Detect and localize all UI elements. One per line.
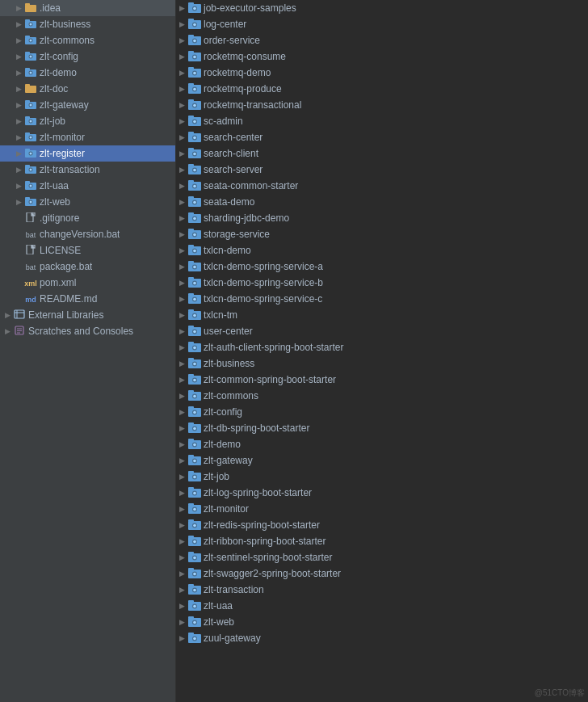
module-item[interactable]: ▶rocketmq-consume	[176, 48, 588, 65]
module-item[interactable]: ▶zlt-business	[176, 355, 588, 372]
expand-arrow[interactable]: ▶	[176, 311, 187, 319]
expand-arrow[interactable]: ▶	[176, 149, 187, 158]
module-item[interactable]: ▶zlt-redis-spring-boot-starter	[176, 517, 588, 533]
expand-arrow[interactable]: ▶	[176, 359, 187, 368]
module-item[interactable]: ▶zlt-common-spring-boot-starter	[176, 372, 588, 388]
expand-arrow[interactable]: ▶	[176, 408, 187, 416]
tree-item-scratches[interactable]: ▶Scratches and Consoles	[0, 323, 175, 339]
module-item[interactable]: ▶zlt-transaction	[176, 582, 588, 598]
expand-arrow[interactable]: ▶	[176, 230, 187, 238]
module-item[interactable]: ▶user-center	[176, 323, 588, 339]
module-item[interactable]: ▶zlt-demo	[176, 436, 588, 452]
expand-arrow[interactable]: ▶	[176, 246, 187, 254]
expand-arrow[interactable]: ▶	[176, 69, 187, 77]
module-item[interactable]: ▶job-executor-samples	[176, 0, 588, 16]
tree-item-zlt-monitor[interactable]: ▶zlt-monitor	[0, 129, 175, 145]
expand-arrow[interactable]: ▶	[13, 133, 24, 141]
expand-arrow[interactable]: ▶	[176, 182, 187, 190]
module-item[interactable]: ▶txlcn-tm	[176, 307, 588, 323]
expand-arrow[interactable]: ▶	[176, 214, 187, 222]
expand-arrow[interactable]: ▶	[176, 424, 187, 432]
expand-arrow[interactable]: ▶	[176, 537, 187, 545]
expand-arrow[interactable]: ▶	[176, 618, 187, 626]
module-item[interactable]: ▶sc-admin	[176, 113, 588, 129]
expand-arrow[interactable]: ▶	[13, 4, 24, 12]
module-item[interactable]: ▶sharding-jdbc-demo	[176, 210, 588, 226]
tree-item-zlt-register[interactable]: ▶zlt-register	[0, 145, 175, 162]
tree-item-zlt-business[interactable]: ▶zlt-business	[0, 16, 175, 32]
tree-item-zlt-doc[interactable]: ▶zlt-doc	[0, 81, 175, 97]
expand-arrow[interactable]: ▶	[176, 36, 187, 44]
tree-item-pom[interactable]: xmlpom.xml	[0, 275, 175, 291]
expand-arrow[interactable]: ▶	[13, 53, 24, 61]
expand-arrow[interactable]: ▶	[13, 85, 24, 93]
module-item[interactable]: ▶order-service	[176, 32, 588, 48]
expand-arrow[interactable]: ▶	[176, 456, 187, 464]
module-item[interactable]: ▶rocketmq-demo	[176, 65, 588, 81]
module-item[interactable]: ▶txlcn-demo-spring-service-c	[176, 291, 588, 307]
expand-arrow[interactable]: ▶	[176, 489, 187, 497]
tree-item-gitignore[interactable]: .gitignore	[0, 210, 175, 226]
module-item[interactable]: ▶txlcn-demo	[176, 242, 588, 259]
expand-arrow[interactable]: ▶	[176, 553, 187, 561]
tree-item-ext-libs[interactable]: ▶External Libraries	[0, 307, 175, 323]
module-item[interactable]: ▶storage-service	[176, 226, 588, 242]
module-item[interactable]: ▶rocketmq-transactional	[176, 97, 588, 113]
expand-arrow[interactable]: ▶	[176, 133, 187, 141]
expand-arrow[interactable]: ▶	[176, 263, 187, 271]
module-item[interactable]: ▶seata-common-starter	[176, 178, 588, 194]
module-item[interactable]: ▶zlt-gateway	[176, 452, 588, 469]
tree-item-license[interactable]: LICENSE	[0, 242, 175, 259]
module-item[interactable]: ▶search-center	[176, 129, 588, 145]
module-item[interactable]: ▶zlt-job	[176, 469, 588, 485]
module-item[interactable]: ▶search-server	[176, 162, 588, 178]
expand-arrow[interactable]: ▶	[176, 101, 187, 109]
expand-arrow[interactable]: ▶	[2, 327, 13, 335]
module-item[interactable]: ▶zlt-ribbon-spring-boot-starter	[176, 533, 588, 549]
module-item[interactable]: ▶zuul-gateway	[176, 630, 588, 646]
tree-item-zlt-demo[interactable]: ▶zlt-demo	[0, 65, 175, 81]
tree-item-zlt-transaction[interactable]: ▶zlt-transaction	[0, 162, 175, 178]
expand-arrow[interactable]: ▶	[176, 343, 187, 351]
expand-arrow[interactable]: ▶	[13, 36, 24, 44]
expand-arrow[interactable]: ▶	[176, 279, 187, 287]
expand-arrow[interactable]: ▶	[176, 53, 187, 61]
tree-item-idea[interactable]: ▶.idea	[0, 0, 175, 16]
expand-arrow[interactable]: ▶	[176, 327, 187, 335]
expand-arrow[interactable]: ▶	[176, 602, 187, 610]
tree-item-changeVersion[interactable]: batchangeVersion.bat	[0, 226, 175, 242]
project-tree[interactable]: ▶.idea▶zlt-business▶zlt-commons▶zlt-conf…	[0, 0, 176, 702]
expand-arrow[interactable]: ▶	[13, 20, 24, 28]
module-item[interactable]: ▶zlt-auth-client-spring-boot-starter	[176, 339, 588, 355]
module-item[interactable]: ▶search-client	[176, 145, 588, 162]
expand-arrow[interactable]: ▶	[176, 117, 187, 125]
tree-item-zlt-config[interactable]: ▶zlt-config	[0, 48, 175, 65]
module-item[interactable]: ▶txlcn-demo-spring-service-a	[176, 259, 588, 275]
expand-arrow[interactable]: ▶	[176, 295, 187, 303]
expand-arrow[interactable]: ▶	[176, 505, 187, 513]
module-item[interactable]: ▶zlt-db-spring-boot-starter	[176, 420, 588, 436]
expand-arrow[interactable]: ▶	[176, 473, 187, 481]
tree-item-zlt-commons[interactable]: ▶zlt-commons	[0, 32, 175, 48]
expand-arrow[interactable]: ▶	[13, 117, 24, 125]
module-item[interactable]: ▶zlt-config	[176, 404, 588, 420]
tree-item-readme[interactable]: mdREADME.md	[0, 291, 175, 307]
expand-arrow[interactable]: ▶	[13, 198, 24, 206]
expand-arrow[interactable]: ▶	[176, 376, 187, 384]
tree-item-zlt-web[interactable]: ▶zlt-web	[0, 194, 175, 210]
tree-item-zlt-uaa[interactable]: ▶zlt-uaa	[0, 178, 175, 194]
expand-arrow[interactable]: ▶	[13, 166, 24, 174]
module-list[interactable]: ▶job-executor-samples▶log-center▶order-s…	[176, 0, 588, 702]
expand-arrow[interactable]: ▶	[176, 570, 187, 578]
module-item[interactable]: ▶log-center	[176, 16, 588, 32]
module-item[interactable]: ▶zlt-uaa	[176, 598, 588, 614]
expand-arrow[interactable]: ▶	[176, 20, 187, 28]
module-item[interactable]: ▶zlt-sentinel-spring-boot-starter	[176, 549, 588, 565]
module-item[interactable]: ▶rocketmq-produce	[176, 81, 588, 97]
expand-arrow[interactable]: ▶	[176, 586, 187, 594]
module-item[interactable]: ▶zlt-log-spring-boot-starter	[176, 485, 588, 501]
expand-arrow[interactable]: ▶	[13, 101, 24, 109]
expand-arrow[interactable]: ▶	[176, 4, 187, 12]
expand-arrow[interactable]: ▶	[13, 69, 24, 77]
module-item[interactable]: ▶zlt-commons	[176, 388, 588, 404]
